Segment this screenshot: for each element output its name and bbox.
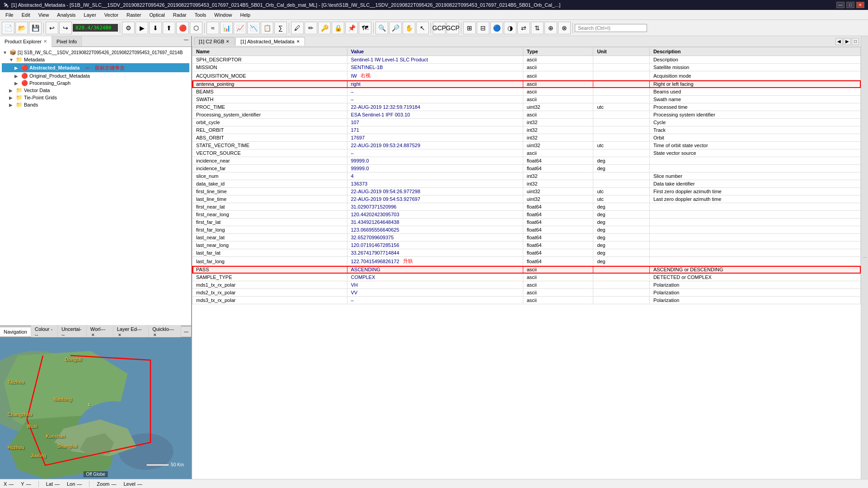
table-row[interactable]: VECTOR_SOURCE–asciiState vector source: [192, 149, 861, 157]
tool-btn-10[interactable]: 📉: [247, 22, 260, 34]
menu-radar[interactable]: Radar: [169, 11, 190, 19]
menu-file[interactable]: File: [2, 11, 17, 19]
tree-root-item[interactable]: ▼ 📦 [1] S1B_IW_SLC__1SDV_20190822T095426…: [2, 49, 189, 56]
menu-analysis[interactable]: Analysis: [53, 11, 79, 19]
tool-btn-6[interactable]: ⬡: [190, 22, 202, 34]
tool-btn-19[interactable]: 🔵: [490, 22, 503, 34]
tree-expand-root[interactable]: ▼: [3, 50, 8, 55]
pan-button[interactable]: ✋: [403, 22, 415, 34]
tab-abstracted-metadata[interactable]: [1] Abstracted_Metadata ✕: [235, 37, 305, 46]
table-row[interactable]: mds2_tx_rx_polarVVasciiPolarization: [192, 289, 861, 297]
tab-maximize[interactable]: □: [852, 38, 859, 45]
tab-colour[interactable]: Colour ---: [31, 325, 58, 339]
tool-btn-20[interactable]: ◑: [504, 22, 516, 34]
tab-world[interactable]: Worl--- ✕: [87, 325, 113, 339]
table-row[interactable]: first_far_lat31.434921264648438float64de…: [192, 218, 861, 226]
tool-btn-3[interactable]: ⬇: [149, 22, 162, 34]
panel-resize-handle[interactable]: [2, 110, 189, 114]
menu-help[interactable]: Help: [236, 11, 254, 19]
redo-button[interactable]: ↪: [59, 22, 72, 34]
tool-btn-4[interactable]: ⬆: [163, 22, 175, 34]
table-row[interactable]: last_far_long122.70415496826172升轨float64…: [192, 257, 861, 266]
minimize-button[interactable]: —: [836, 2, 845, 8]
tool-btn-22[interactable]: ⇅: [531, 22, 544, 34]
zoom-out-button[interactable]: 🔎: [389, 22, 402, 34]
tab-layer-close[interactable]: ✕: [118, 333, 122, 337]
tab-c2-rgb-close[interactable]: ✕: [226, 39, 230, 44]
table-row[interactable]: first_line_time22-AUG-2019 09:54:26.9772…: [192, 188, 861, 195]
menu-layer[interactable]: Layer: [80, 11, 100, 19]
tab-world-close[interactable]: ✕: [91, 333, 95, 337]
tool-btn-8[interactable]: 📊: [220, 22, 233, 34]
table-row[interactable]: PASSASCENDINGasciiASCENDING or DESCENDIN…: [192, 266, 861, 274]
tree-expand-vector[interactable]: ▶: [9, 88, 14, 93]
tree-abstracted-metadata[interactable]: ▶ 🔴 Abstracted_Metadata ← 鼠标左键单击: [2, 63, 189, 72]
tab-nav-left[interactable]: ◀: [835, 38, 843, 45]
gcp-btn2[interactable]: GCP: [446, 22, 459, 34]
new-button[interactable]: 📄: [2, 22, 14, 34]
table-row[interactable]: incidence_far99999.0float64deg: [192, 165, 861, 172]
tool-btn-9[interactable]: 📈: [234, 22, 246, 34]
table-row[interactable]: last_line_time22-AUG-2019 09:54:53.92769…: [192, 195, 861, 203]
table-row[interactable]: STATE_VECTOR_TIME22-AUG-2019 09:53:24.88…: [192, 142, 861, 149]
tool-btn-2[interactable]: ▶: [136, 22, 148, 34]
tool-btn-18[interactable]: 🗺: [359, 22, 371, 34]
tree-expand-tiepoint[interactable]: ▶: [9, 95, 14, 100]
tab-quicklook[interactable]: Quicklo--- ✕: [149, 325, 181, 339]
table-row[interactable]: slice_num4int32Slice number: [192, 172, 861, 180]
table-row[interactable]: first_far_long123.06695556640625float64d…: [192, 226, 861, 234]
select-button[interactable]: ↖: [416, 22, 429, 34]
table-row[interactable]: first_near_long120.44202423095703float64…: [192, 211, 861, 218]
menu-edit[interactable]: Edit: [18, 11, 34, 19]
tab-product-explorer-close[interactable]: ✕: [43, 39, 47, 44]
tree-expand-processing[interactable]: ▶: [14, 81, 20, 86]
tree-expand-bands[interactable]: ▶: [9, 102, 14, 107]
tab-nav-right[interactable]: ▶: [844, 38, 851, 45]
table-row[interactable]: ACQUISITION_MODEIW右视asciiAcquisition mod…: [192, 71, 861, 80]
tool-btn-15[interactable]: 🔑: [318, 22, 331, 34]
tab-navigation[interactable]: Navigation: [0, 328, 31, 336]
table-row[interactable]: incidence_near99999.0float64deg: [192, 157, 861, 165]
table-row[interactable]: mds3_tx_rx_polar–asciiPolarization: [192, 297, 861, 304]
tree-bands[interactable]: ▶ 📁 Bands: [2, 101, 189, 108]
tree-tie-point[interactable]: ▶ 📁 Tie-Point Grids: [2, 94, 189, 101]
tool-btn-17[interactable]: 📌: [345, 22, 358, 34]
gcp-button[interactable]: GCP: [433, 22, 446, 34]
tool-btn-13[interactable]: 🖊: [291, 22, 304, 34]
menu-view[interactable]: View: [35, 11, 53, 19]
bottom-minimize-button[interactable]: —: [181, 328, 191, 335]
table-row[interactable]: first_near_lat31.02907371520996float64de…: [192, 203, 861, 211]
tool-btn-23[interactable]: ⊕: [544, 22, 557, 34]
maximize-button[interactable]: □: [846, 2, 854, 8]
tab-uncertain[interactable]: Uncertai---: [58, 325, 87, 339]
table-row[interactable]: mds1_tx_rx_polarVHasciiPolarization: [192, 281, 861, 289]
table-row[interactable]: data_take_id136373int32Data take identif…: [192, 180, 861, 188]
table-row[interactable]: orbit_cycle107int32Cycle: [192, 119, 861, 126]
tool-btn-1[interactable]: ⚙: [122, 22, 135, 34]
tab-abstracted-metadata-close[interactable]: ✕: [296, 39, 300, 44]
close-button[interactable]: ✕: [856, 2, 864, 8]
tree-processing-graph[interactable]: ▶ 🔴 Processing_Graph: [2, 79, 189, 87]
menu-optical[interactable]: Optical: [145, 11, 168, 19]
tool-btn-14[interactable]: ✏: [305, 22, 317, 34]
panel-minimize-button[interactable]: —: [181, 36, 191, 46]
tab-quicklook-close[interactable]: ✕: [153, 333, 157, 337]
table-row[interactable]: last_near_long120.07191467285156float64d…: [192, 242, 861, 249]
table-row[interactable]: ABS_ORBIT17697int32Orbit: [192, 134, 861, 142]
table-row[interactable]: BEAMS–asciiBeams used: [192, 88, 861, 96]
table-row[interactable]: last_near_lat32.6527099609375float64deg: [192, 234, 861, 242]
table-row[interactable]: SWATH–asciiSwath name: [192, 96, 861, 103]
grid-btn2[interactable]: ⊟: [477, 22, 489, 34]
tool-btn-21[interactable]: ⇄: [517, 22, 530, 34]
menu-window[interactable]: Window: [211, 11, 235, 19]
tree-expand-metadata[interactable]: ▼: [9, 57, 14, 62]
tab-layer-editor[interactable]: Layer Ed--- ✕: [113, 325, 149, 339]
undo-button[interactable]: ↩: [46, 22, 58, 34]
menu-vector[interactable]: Vector: [101, 11, 122, 19]
tool-btn-24[interactable]: ⊗: [558, 22, 571, 34]
save-button[interactable]: 💾: [29, 22, 42, 34]
table-row[interactable]: REL_ORBIT171int32Track: [192, 126, 861, 134]
tree-metadata-folder[interactable]: ▼ 📁 Metadata: [2, 56, 189, 63]
tool-btn-11[interactable]: 📋: [261, 22, 273, 34]
table-row[interactable]: Processing_system_identifierESA Sentinel…: [192, 111, 861, 119]
